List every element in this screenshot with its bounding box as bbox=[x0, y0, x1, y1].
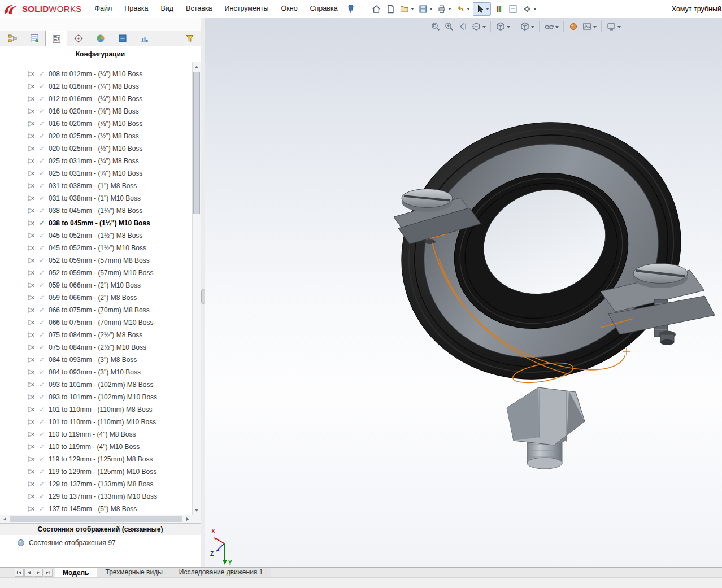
document-tab[interactable]: Исследование движения 1 bbox=[171, 568, 272, 577]
configuration-row[interactable]: 052 to 059mm - (57mm) M8 Boss bbox=[0, 254, 192, 267]
propertymanager-tab[interactable] bbox=[23, 31, 45, 46]
display-style-caret[interactable] bbox=[531, 26, 534, 30]
analysis-tab[interactable] bbox=[133, 31, 155, 46]
configuration-row[interactable]: 031 to 038mm - (1") M10 Boss bbox=[0, 192, 192, 204]
hide-show-caret[interactable] bbox=[555, 26, 559, 30]
menu-item[interactable]: Файл bbox=[89, 0, 119, 18]
configuration-row[interactable]: 025 to 031mm - (¾") M10 Boss bbox=[0, 167, 192, 180]
configuration-row[interactable]: 129 to 137mm - (133mm) M8 Boss bbox=[0, 478, 192, 490]
last-tab-button[interactable] bbox=[44, 569, 53, 577]
menu-item[interactable]: Справка bbox=[304, 0, 344, 18]
pin-menubar-icon[interactable] bbox=[346, 4, 355, 14]
print-icon[interactable] bbox=[436, 3, 453, 15]
configuration-row[interactable]: 020 to 025mm - (½") M8 Boss bbox=[0, 130, 192, 142]
undo-icon[interactable] bbox=[454, 3, 471, 15]
task-pane-icon[interactable] bbox=[507, 3, 519, 15]
cam-tab[interactable] bbox=[111, 31, 133, 46]
view-settings-caret[interactable] bbox=[617, 26, 621, 30]
configuration-row[interactable]: 059 to 066mm - (2") M10 Boss bbox=[0, 279, 192, 291]
configuration-row[interactable]: 137 to 145mm - (5") M8 Boss bbox=[0, 503, 192, 515]
document-tab[interactable]: Модель bbox=[55, 568, 97, 577]
configuration-row[interactable]: 038 to 045mm - (1¼") M8 Boss bbox=[0, 204, 192, 217]
configuration-row[interactable]: 012 to 016mm - (¼") M10 Boss bbox=[0, 93, 192, 105]
section-view-icon[interactable] bbox=[471, 21, 486, 32]
new-document-icon[interactable] bbox=[384, 3, 397, 15]
menu-item[interactable]: Правка bbox=[118, 0, 154, 18]
options-dropdown-caret[interactable] bbox=[533, 8, 537, 12]
document-tab[interactable]: Трехмерные виды bbox=[97, 568, 171, 577]
apply-scene-icon[interactable] bbox=[581, 21, 597, 32]
configuration-row[interactable]: 066 to 075mm - (70mm) M8 Boss bbox=[0, 304, 192, 316]
view-orientation-caret[interactable] bbox=[507, 26, 510, 30]
display-style-icon[interactable] bbox=[519, 21, 535, 32]
next-tab-button[interactable] bbox=[34, 569, 43, 577]
filter-funnel-icon[interactable] bbox=[185, 31, 195, 46]
pipe-clamp-model[interactable] bbox=[205, 18, 722, 567]
scroll-right-button[interactable] bbox=[184, 515, 192, 523]
select-cursor-icon[interactable] bbox=[473, 2, 491, 16]
configuration-row[interactable]: 119 to 129mm - (125mm) M10 Boss bbox=[0, 465, 192, 478]
configuration-row[interactable]: 031 to 038mm - (1") M8 Boss bbox=[0, 180, 192, 192]
configuration-row[interactable]: 084 to 093mm - (3") M10 Boss bbox=[0, 366, 192, 378]
select-dropdown-caret[interactable] bbox=[486, 8, 489, 12]
horizontal-scroll-thumb[interactable] bbox=[10, 516, 182, 522]
graphics-viewport[interactable]: X Z Y bbox=[205, 18, 722, 567]
view-settings-icon[interactable] bbox=[606, 21, 621, 32]
configuration-row[interactable]: 016 to 020mm - (⅜") M8 Boss bbox=[0, 105, 192, 117]
configuration-row[interactable]: 093 to 101mm - (102mm) M8 Boss bbox=[0, 378, 192, 391]
save-dropdown-caret[interactable] bbox=[429, 8, 433, 12]
configuration-row[interactable]: 084 to 093mm - (3") M8 Boss bbox=[0, 354, 192, 366]
open-dropdown-caret[interactable] bbox=[411, 8, 414, 12]
section-view-caret[interactable] bbox=[482, 26, 486, 30]
configurationmanager-tab[interactable] bbox=[45, 31, 67, 46]
configuration-row[interactable]: 093 to 101mm - (102mm) M10 Boss bbox=[0, 391, 192, 403]
configuration-row[interactable]: 038 to 045mm - (1¼") M10 Boss bbox=[0, 217, 192, 229]
vertical-scroll-thumb[interactable] bbox=[193, 72, 200, 214]
save-icon[interactable] bbox=[417, 3, 434, 15]
zoom-to-area-icon[interactable] bbox=[443, 21, 455, 32]
scroll-down-button[interactable] bbox=[193, 506, 201, 515]
configuration-row[interactable]: 119 to 129mm - (125mm) M8 Boss bbox=[0, 453, 192, 465]
zoom-to-fit-icon[interactable] bbox=[430, 21, 441, 32]
configuration-row[interactable]: 020 to 025mm - (½") M10 Boss bbox=[0, 142, 192, 155]
hide-show-items-icon[interactable] bbox=[543, 21, 559, 32]
panel-collapse-handle[interactable] bbox=[201, 289, 205, 304]
menu-item[interactable]: Вид bbox=[154, 0, 180, 18]
configuration-row[interactable]: 075 to 084mm - (2½") M10 Boss bbox=[0, 341, 192, 354]
configuration-row[interactable]: 045 to 052mm - (1½") M10 Boss bbox=[0, 242, 192, 254]
display-state-row[interactable]: Состояние отображения-97 bbox=[0, 535, 201, 550]
configuration-row[interactable]: 075 to 084mm - (2½") M8 Boss bbox=[0, 329, 192, 341]
configuration-row[interactable]: 045 to 052mm - (1½") M8 Boss bbox=[0, 229, 192, 242]
menu-item[interactable]: Вставка bbox=[180, 0, 218, 18]
previous-view-icon[interactable] bbox=[457, 21, 468, 32]
configuration-row[interactable]: 052 to 059mm - (57mm) M10 Boss bbox=[0, 267, 192, 279]
configuration-row[interactable]: 129 to 137mm - (133mm) M10 Boss bbox=[0, 490, 192, 503]
configuration-row[interactable]: 025 to 031mm - (¾") M8 Boss bbox=[0, 155, 192, 167]
displaymanager-tab[interactable] bbox=[89, 31, 111, 46]
previous-tab-button[interactable] bbox=[24, 569, 33, 577]
print-dropdown-caret[interactable] bbox=[448, 8, 451, 12]
configuration-row[interactable]: 066 to 075mm - (70mm) M10 Boss bbox=[0, 316, 192, 329]
horizontal-scrollbar[interactable] bbox=[0, 515, 192, 523]
apply-scene-caret[interactable] bbox=[593, 26, 597, 30]
configuration-row[interactable]: 008 to 012mm - (¼") M10 Boss bbox=[0, 68, 192, 80]
featuremanager-tab[interactable] bbox=[1, 31, 23, 46]
boss-stem[interactable] bbox=[507, 387, 585, 469]
configuration-row[interactable]: 016 to 020mm - (⅜") M10 Boss bbox=[0, 117, 192, 130]
configuration-row[interactable]: 059 to 066mm - (2") M8 Boss bbox=[0, 291, 192, 304]
configuration-row[interactable]: 101 to 110mm - (110mm) M10 Boss bbox=[0, 416, 192, 428]
open-icon[interactable] bbox=[398, 3, 415, 15]
options-gear-icon[interactable] bbox=[521, 3, 538, 15]
menu-item[interactable]: Окно bbox=[275, 0, 304, 18]
configuration-row[interactable]: 110 to 119mm - (4") M8 Boss bbox=[0, 428, 192, 441]
view-orientation-icon[interactable] bbox=[495, 21, 511, 32]
scroll-up-button[interactable] bbox=[193, 62, 201, 71]
scroll-left-button[interactable] bbox=[0, 515, 8, 523]
edit-appearance-icon[interactable] bbox=[568, 21, 579, 32]
configuration-row[interactable]: 012 to 016mm - (¼") M8 Boss bbox=[0, 80, 192, 93]
xpress-lights-icon[interactable] bbox=[493, 3, 505, 15]
first-tab-button[interactable] bbox=[15, 569, 24, 577]
clamp-ring[interactable] bbox=[365, 84, 717, 418]
menu-item[interactable]: Инструменты bbox=[219, 0, 275, 18]
configuration-row[interactable]: 110 to 119mm - (4") M10 Boss bbox=[0, 441, 192, 453]
